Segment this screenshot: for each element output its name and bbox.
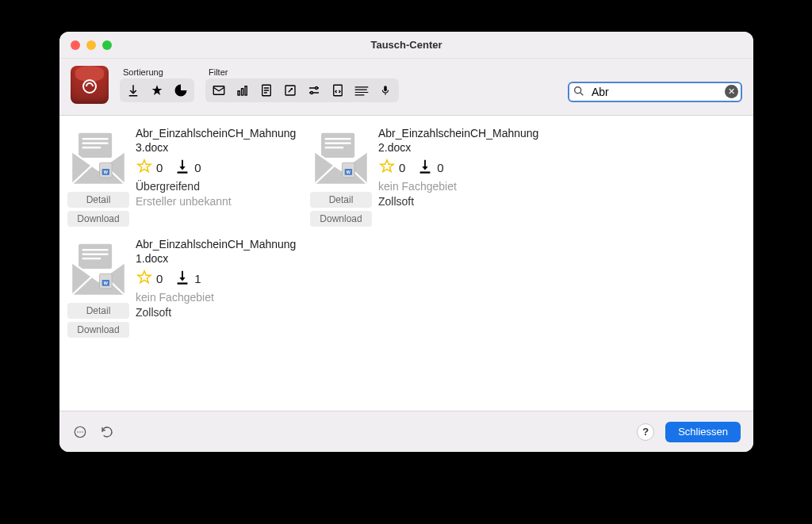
titlebar: Tausch-Center [59, 32, 753, 59]
footer: ? Schliessen [59, 411, 753, 452]
filter-settings-button[interactable] [302, 80, 326, 101]
svg-rect-15 [82, 147, 101, 148]
svg-point-7 [316, 86, 318, 89]
svg-point-11 [575, 86, 581, 93]
download-count: 0 [194, 161, 201, 174]
svg-point-8 [311, 91, 313, 94]
refresh-button[interactable] [99, 424, 115, 440]
download-icon [174, 158, 191, 178]
svg-point-37 [77, 431, 79, 433]
filter-text-button[interactable] [350, 80, 373, 101]
window-close-button[interactable] [71, 40, 80, 50]
filter-chart-button[interactable] [231, 80, 255, 101]
app-logo [71, 66, 109, 104]
filename-label: Abr_EinzahlscheinCH_Mahnung2.docx [378, 127, 543, 155]
star-count: 0 [156, 161, 163, 174]
file-thumbnail-icon: W [310, 127, 372, 189]
svg-rect-28 [79, 244, 112, 269]
sort-favorites-button[interactable] [145, 80, 169, 101]
filter-label: Filter [209, 67, 399, 77]
svg-rect-2 [238, 90, 239, 94]
detail-button[interactable]: Detail [310, 192, 372, 208]
category-label: kein Fachgebiet [136, 290, 301, 305]
download-button[interactable]: Download [310, 211, 372, 227]
result-card: W Detail Download Abr_EinzahlscheinCH_Ma… [63, 125, 305, 236]
star-count: 0 [399, 161, 405, 174]
filter-document-button[interactable] [255, 80, 278, 101]
window-title: Tausch-Center [59, 39, 753, 51]
sort-label: Sortierung [123, 67, 194, 77]
download-count: 0 [437, 161, 443, 174]
filter-audio-button[interactable] [373, 80, 397, 101]
sort-group: Sortierung [120, 67, 194, 102]
author-label: Zollsoft [136, 305, 301, 320]
svg-rect-30 [82, 254, 109, 255]
filter-group: Filter [205, 67, 399, 102]
filter-code-button[interactable] [326, 80, 350, 101]
svg-rect-21 [325, 138, 351, 140]
svg-point-38 [79, 431, 81, 433]
sort-date-button[interactable] [169, 80, 193, 101]
star-icon [378, 158, 396, 178]
sort-downloads-button[interactable] [121, 80, 145, 101]
svg-rect-23 [325, 147, 343, 148]
close-button[interactable]: Schliessen [665, 422, 741, 442]
file-thumbnail-icon: W [67, 238, 129, 300]
svg-rect-19 [178, 171, 188, 173]
svg-text:W: W [347, 170, 351, 174]
svg-rect-13 [82, 138, 109, 140]
result-card: W Detail Download Abr_EinzahlscheinCH_Ma… [305, 125, 548, 236]
svg-rect-9 [334, 85, 343, 96]
svg-rect-29 [82, 249, 109, 251]
search-icon [573, 85, 585, 101]
svg-point-0 [83, 80, 96, 93]
result-card: W Detail Download Abr_EinzahlscheinCH_Ma… [63, 236, 305, 347]
svg-rect-35 [178, 282, 188, 284]
author-label: Zollsoft [378, 194, 543, 209]
star-count: 0 [156, 272, 163, 285]
category-label: kein Fachgebiet [378, 179, 543, 194]
results-grid: W Detail Download Abr_EinzahlscheinCH_Ma… [59, 116, 753, 411]
app-window: Tausch-Center Sortierung Filter [59, 32, 753, 452]
download-button[interactable]: Download [67, 322, 129, 338]
star-icon [136, 269, 153, 289]
category-label: Übergreifend [136, 179, 301, 194]
download-count: 1 [194, 272, 201, 285]
svg-rect-10 [384, 86, 387, 91]
svg-text:W: W [104, 281, 109, 285]
author-label: Ersteller unbekannt [136, 194, 301, 209]
download-icon [416, 158, 434, 178]
svg-point-39 [82, 431, 83, 433]
window-zoom-button[interactable] [102, 40, 112, 50]
filter-link-button[interactable] [278, 80, 302, 101]
download-button[interactable]: Download [67, 211, 129, 227]
filename-label: Abr_EinzahlscheinCH_Mahnung3.docx [136, 127, 301, 155]
toolbar: Sortierung Filter [59, 59, 753, 116]
detail-button[interactable]: Detail [67, 192, 129, 208]
svg-rect-3 [242, 88, 243, 94]
svg-text:W: W [104, 170, 109, 174]
svg-rect-4 [245, 86, 247, 94]
window-minimize-button[interactable] [86, 40, 96, 50]
clear-search-button[interactable]: ✕ [725, 85, 738, 98]
filter-letter-button[interactable] [207, 80, 231, 101]
svg-rect-31 [82, 258, 101, 259]
svg-rect-20 [321, 133, 354, 158]
filename-label: Abr_EinzahlscheinCH_Mahnung1.docx [136, 238, 301, 266]
svg-rect-14 [82, 143, 109, 144]
star-icon [136, 158, 153, 178]
detail-button[interactable]: Detail [67, 303, 129, 319]
search-field: ✕ [568, 82, 742, 102]
svg-rect-12 [79, 133, 112, 158]
file-thumbnail-icon: W [67, 127, 129, 189]
more-options-button[interactable] [72, 424, 88, 440]
search-input[interactable] [568, 82, 742, 102]
download-icon [174, 269, 191, 289]
svg-rect-27 [420, 171, 431, 173]
help-button[interactable]: ? [637, 423, 654, 441]
svg-rect-22 [325, 143, 351, 144]
